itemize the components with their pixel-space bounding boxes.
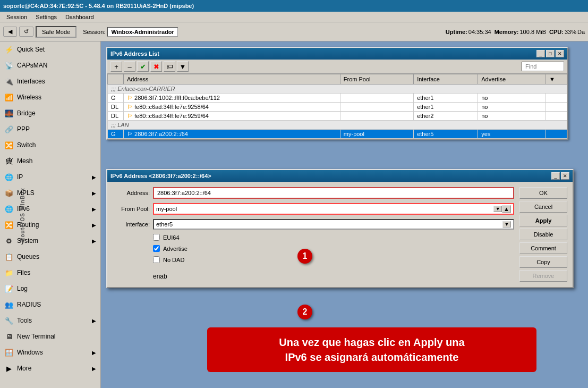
sidebar-item-ipv6[interactable]: 🌐 IPv6 ▶ [0,201,100,217]
queues-icon: 📋 [4,252,14,262]
mpls-icon: 📦 [4,188,14,198]
tag-button[interactable]: 🏷 [164,61,175,72]
more-arrow: ▶ [92,366,96,372]
sidebar-item-mpls[interactable]: 📦 MPLS ▶ [0,185,100,201]
col-header-address[interactable]: Address [124,74,340,85]
window-controls: _ □ ✕ [536,50,564,57]
find-input[interactable] [522,62,564,71]
row-address: 🏳 fe80::c6ad:34ff:fe7e:9258/64 [124,103,340,112]
safe-mode-button[interactable]: Safe Mode [36,26,76,38]
sidebar-item-routing[interactable]: 🔀 Routing ▶ [0,217,100,233]
enable-button[interactable]: ✔ [137,61,149,72]
col-header-interface[interactable]: Interface [414,74,478,85]
sidebar-item-system[interactable]: ⚙ System ▶ [0,233,100,249]
dialog-window-controls: _ ✕ [551,172,569,180]
sidebar-item-interfaces[interactable]: 🔌 Interfaces [0,73,100,89]
sidebar-label-queues: Queues [17,253,39,260]
sidebar-item-new-terminal[interactable]: 🖥 New Terminal [0,328,100,344]
row-advertise: no [478,94,546,103]
remove-button[interactable]: – [124,61,135,72]
sidebar-item-queues[interactable]: 📋 Queues [0,249,100,265]
advertise-checkbox[interactable] [153,245,160,252]
add-button[interactable]: + [110,61,122,72]
status-info: Uptime: 04:35:34 Memory: 100.8 MiB CPU: … [446,29,585,35]
interface-dropdown[interactable]: ▼ [502,221,511,227]
sidebar-label-mesh: Mesh [17,157,32,165]
menu-settings[interactable]: Settings [31,13,61,21]
sidebar-item-log[interactable]: 📝 Log [0,281,100,297]
sidebar-item-mesh[interactable]: 🕸 Mesh [0,153,100,169]
interface-input[interactable] [156,221,502,227]
interface-label: Interface: [113,221,150,227]
col-header-advertise[interactable]: Advertise [478,74,546,85]
sidebar-item-windows[interactable]: 🪟 Windows ▶ [0,344,100,360]
eui64-checkbox[interactable] [153,234,160,241]
refresh-button[interactable]: ↺ [19,27,33,37]
sidebar-item-wireless[interactable]: 📶 Wireless [0,89,100,105]
cpu-extra: Da [577,29,585,35]
table-row[interactable]: G 🏳 2806:3f7:1002::ffff:f0ca:bebe/112 et… [108,94,567,103]
address-table: Address From Pool Interface Advertise ▼ … [107,74,567,139]
dialog-close[interactable]: ✕ [561,172,569,180]
tooltip-line1: Una vez que hagas clic en Apply una [218,335,526,350]
dialog-buttons: OK Cancel Apply Disable Comment Copy Rem… [519,187,567,282]
sidebar-item-radius[interactable]: 👥 RADIUS [0,297,100,313]
copy-button[interactable]: Copy [519,256,567,268]
sidebar-label-quick-set: Quick Set [17,46,45,53]
session-label: Session: [83,29,105,35]
filter-button[interactable]: ▼ [177,61,189,72]
from-pool-dropdown[interactable]: ▼ [493,206,502,212]
enable-status: enab [153,273,514,280]
sidebar-item-tools[interactable]: 🔧 Tools ▶ [0,313,100,328]
from-pool-input[interactable] [156,206,493,212]
remove-button[interactable]: Remove [519,270,567,282]
windows-icon: 🪟 [4,348,14,357]
sidebar-item-bridge[interactable]: 🌉 Bridge [0,105,100,121]
row-from-pool: my-pool [340,130,413,139]
address-input[interactable] [153,187,514,199]
row-interface: ether5 [414,130,478,139]
sidebar-item-switch[interactable]: 🔀 Switch [0,137,100,153]
maximize-button[interactable]: □ [546,50,555,57]
row-flag: DL [108,112,124,121]
disable-button[interactable]: ✖ [150,61,162,72]
menu-session[interactable]: Session [2,13,31,21]
sidebar-item-quick-set[interactable]: ⚡ Quick Set [0,41,100,57]
row-address: 🏳 2806:3f7:a200:2::/64 [124,130,340,139]
sidebar-label-new-terminal: New Terminal [17,333,55,340]
apply-button[interactable]: Apply [519,215,567,226]
col-header-flag[interactable] [108,74,124,85]
dialog-minimize[interactable]: _ [551,172,560,180]
col-header-from-pool[interactable]: From Pool [340,74,413,85]
annotation-1: 1 [297,249,312,264]
comment-button[interactable]: Comment [519,242,567,254]
col-header-extra[interactable]: ▼ [546,74,567,85]
cancel-button[interactable]: Cancel [519,201,567,213]
row-address: 🏳 2806:3f7:1002::ffff:f0ca:bebe/112 [124,94,340,103]
close-button[interactable]: ✕ [556,50,564,57]
from-pool-up[interactable]: ▲ [502,205,511,213]
table-row[interactable]: DL 🏳 fe80::c6ad:34ff:fe7e:9258/64 ether1… [108,103,567,112]
row-from-pool [340,112,413,121]
sidebar-item-capsman[interactable]: 📡 CAPsMAN [0,57,100,73]
back-button[interactable]: ◀ [3,27,17,37]
sidebar-label-bridge: Bridge [17,109,36,117]
radius-icon: 👥 [4,300,14,309]
sidebar-item-ip[interactable]: 🌐 IP ▶ [0,169,100,185]
table-row-selected[interactable]: G 🏳 2806:3f7:a200:2::/64 my-pool ether5 … [108,130,567,139]
sidebar-item-ppp[interactable]: 🔗 PPP [0,121,100,137]
menu-dashboard[interactable]: Dashboard [61,13,98,21]
sidebar-item-files[interactable]: 📁 Files [0,265,100,281]
no-dad-checkbox[interactable] [153,256,160,263]
table-row[interactable]: DL 🏳 fe80::c6ad:34ff:fe7e:9259/64 ether2… [108,112,567,121]
sidebar-item-more[interactable]: ▶ More ▶ [0,360,100,376]
minimize-button[interactable]: _ [536,50,545,57]
tooltip-banner: Una vez que hagas clic en Apply una IPv6… [207,327,536,372]
ok-button[interactable]: OK [519,187,567,199]
row-interface: ether2 [414,112,478,121]
disable-button[interactable]: Disable [519,229,567,240]
ipv6-dialog: IPv6 Address <2806:3f7:a200:2::/64> _ ✕ … [106,169,574,288]
uptime-info: Uptime: 04:35:34 [446,29,491,35]
system-icon: ⚙ [4,236,14,246]
bridge-icon: 🌉 [4,108,14,118]
